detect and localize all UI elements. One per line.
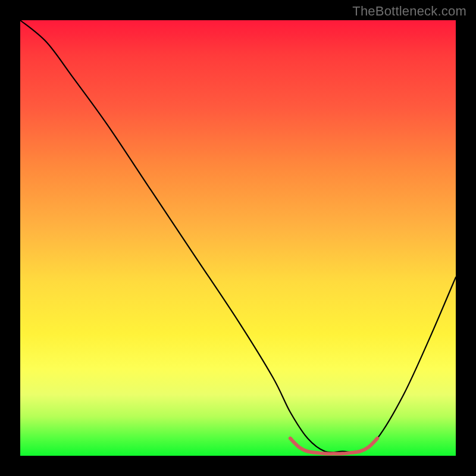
watermark-text: TheBottleneck.com (352, 4, 466, 19)
chart-frame: TheBottleneck.com (0, 0, 476, 476)
curve-layer (20, 20, 456, 453)
series-bottleneck-curve (20, 20, 456, 452)
series-sweet-spot-marker (290, 439, 377, 454)
chart-svg (0, 0, 476, 476)
